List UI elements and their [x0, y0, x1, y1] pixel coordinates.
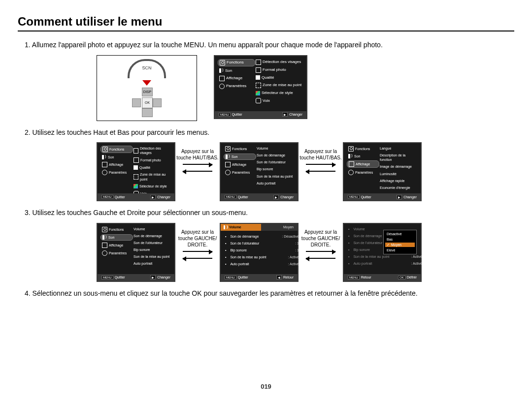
camera-icon — [225, 146, 231, 152]
menu-item-son[interactable]: Son — [224, 154, 256, 160]
camera-icon — [348, 146, 354, 152]
step-4-text: 4. Sélectionnez un sous-menu et cliquez … — [25, 289, 514, 299]
submenu-item[interactable]: Volume — [255, 146, 295, 151]
submenu-item[interactable]: Sélecteur de style — [132, 184, 171, 189]
menu-item-parametres[interactable]: Paramètres — [218, 83, 255, 90]
menu-footer: MENUQuitter ▶Changer — [344, 193, 421, 200]
menu-item-son[interactable]: Son — [347, 154, 379, 159]
sound-icon — [102, 155, 106, 159]
camera-illustration: SCN DISP OK — [97, 55, 197, 121]
menu-item-fonctions[interactable]: Fonctions — [218, 59, 255, 66]
option-eleve[interactable]: Elevé — [385, 248, 415, 252]
submenu-item[interactable]: Son de l'obturateur — [255, 159, 295, 165]
right-button[interactable] — [153, 98, 162, 107]
disp-button[interactable]: DISP — [142, 88, 153, 96]
submenu-item[interactable]: Description de la fonction — [378, 153, 418, 162]
option-desactive[interactable]: Désactivé — [385, 232, 415, 236]
size-icon — [256, 67, 261, 73]
step-1-text: 1. Allumez l'appareil photo et appuyez s… — [25, 40, 514, 50]
camera-icon — [220, 60, 225, 65]
menu-item-affichage[interactable]: Affichage — [218, 75, 255, 82]
arrow-label-updown: Appuyez sur la touche HAUT/BAS. — [175, 142, 220, 175]
display-icon — [219, 76, 225, 81]
menu-item-parametres[interactable]: Paramètres — [347, 169, 379, 176]
menu-item-affichage[interactable]: Affichage — [100, 161, 133, 168]
menu-key-icon: MENU — [101, 276, 113, 279]
option-bas[interactable]: Bas — [385, 237, 415, 242]
menu-item-affichage[interactable]: Affichage — [224, 161, 256, 168]
play-key-icon: ▶ — [273, 195, 279, 199]
submenu-row: • Auto portrait: Activé — [347, 261, 424, 266]
menu-item-fonctions[interactable]: Fonctions — [224, 146, 256, 152]
submenu-item[interactable]: Son de l'obturateur — [132, 240, 171, 246]
menu-item-parametres[interactable]: Paramètres — [100, 250, 133, 256]
arrow-left-icon — [183, 171, 212, 172]
submenu-item[interactable]: Image de démarrage — [378, 164, 418, 169]
down-button[interactable] — [142, 108, 153, 117]
menu-item-fonctions[interactable]: Fonctions — [100, 146, 133, 153]
submenu-item[interactable]: Détection des visages — [254, 59, 303, 65]
submenu-item[interactable]: Bip sonore — [132, 247, 171, 252]
submenu-item[interactable]: Bip sonore — [255, 166, 295, 172]
submenu-item[interactable]: Son de la mise au point — [255, 174, 295, 179]
submenu-item[interactable]: Qualité — [254, 75, 303, 81]
submenu-item[interactable]: Luminosité — [378, 171, 418, 177]
submenu-item[interactable]: Format photo — [254, 67, 303, 73]
gear-icon — [219, 84, 225, 89]
submenu-row[interactable]: • Auto portrait: Activé — [224, 261, 300, 267]
volume-options-popup: Désactivé Bas ✓Moyen Elevé — [383, 230, 417, 254]
submenu-item[interactable]: Son de la mise au point — [132, 254, 171, 259]
left-button[interactable] — [132, 98, 141, 107]
submenu-item[interactable]: Volume — [132, 226, 171, 232]
play-key-icon: ▶ — [150, 275, 156, 279]
mic-icon — [256, 98, 261, 103]
submenu-item[interactable]: Format photo — [132, 157, 171, 163]
submenu-item[interactable]: Affichage rapide — [378, 178, 418, 184]
gear-icon — [102, 250, 107, 256]
menu-item-parametres[interactable]: Paramètres — [100, 169, 133, 176]
menu-key-icon: MENU — [219, 113, 231, 117]
menu-screen-e: Volume Moyen • Son de démarrage: Désacti… — [220, 223, 299, 282]
quality-icon — [256, 75, 260, 80]
ok-button[interactable]: OK — [142, 97, 153, 108]
menu-item-son[interactable]: Son — [100, 234, 133, 241]
menu-item-parametres[interactable]: Paramètres — [224, 169, 256, 176]
display-icon — [349, 161, 354, 167]
menu-item-affichage[interactable]: Affichage — [100, 242, 133, 248]
size-icon — [133, 157, 139, 163]
submenu-row[interactable]: • Son de démarrage: Désactivé — [224, 234, 300, 239]
menu-screen-b: Fonctions Son Affichage Paramètres Volum… — [220, 142, 299, 201]
menu-item-fonctions[interactable]: Fonctions — [347, 146, 379, 152]
menu-item-fonctions[interactable]: Fonctions — [100, 226, 133, 233]
menu-item-son[interactable]: Son — [218, 68, 255, 74]
gear-icon — [348, 170, 354, 175]
submenu-item[interactable]: Son de démarrage — [132, 233, 171, 239]
submenu-row: • Son de la mise au point: Activé — [347, 254, 424, 259]
submenu-item[interactable]: Auto portrait — [255, 181, 295, 186]
submenu-item[interactable]: Economie d'énergie — [378, 185, 418, 190]
arrow-left-icon — [183, 258, 212, 259]
submenu-row[interactable]: • Son de la mise au point: Activé — [224, 254, 300, 260]
camera-icon — [102, 147, 108, 152]
menu-item-affichage[interactable]: Affichage — [347, 160, 379, 168]
step-2-figures: Fonctions Son Affichage Paramètres Détec… — [97, 142, 514, 201]
submenu-row[interactable]: • Son de l'obturateur: 1 — [224, 241, 300, 246]
submenu-item[interactable]: Qualité — [132, 165, 171, 170]
submenu-item[interactable]: Voix — [254, 97, 303, 104]
submenu-item[interactable]: Langue — [378, 146, 418, 151]
submenu-item[interactable]: Auto portrait — [132, 261, 171, 266]
page-number: 019 — [261, 383, 271, 390]
menu-item-son[interactable]: Son — [100, 154, 133, 160]
submenu-item[interactable]: Son de démarrage — [255, 153, 295, 158]
submenu-item[interactable]: Zone de mise au point — [254, 82, 303, 89]
option-moyen-selected[interactable]: ✓Moyen — [385, 243, 415, 247]
submenu-item[interactable]: Détection des visages — [132, 146, 171, 155]
play-key-icon: ▶ — [397, 195, 402, 199]
submenu-row[interactable]: • Bip sonore: 1 — [224, 247, 300, 253]
menu-footer: MENUQuitter ▶Changer — [215, 111, 306, 118]
submenu-item[interactable]: Zone de mise au point — [132, 172, 171, 182]
menu-screen-d: Fonctions Son Affichage Paramètres Volum… — [97, 223, 175, 282]
arrow-right-icon — [183, 164, 212, 165]
submenu-item[interactable]: Sélecteur de style — [254, 90, 303, 96]
back-key-icon: ◀ — [276, 275, 282, 279]
